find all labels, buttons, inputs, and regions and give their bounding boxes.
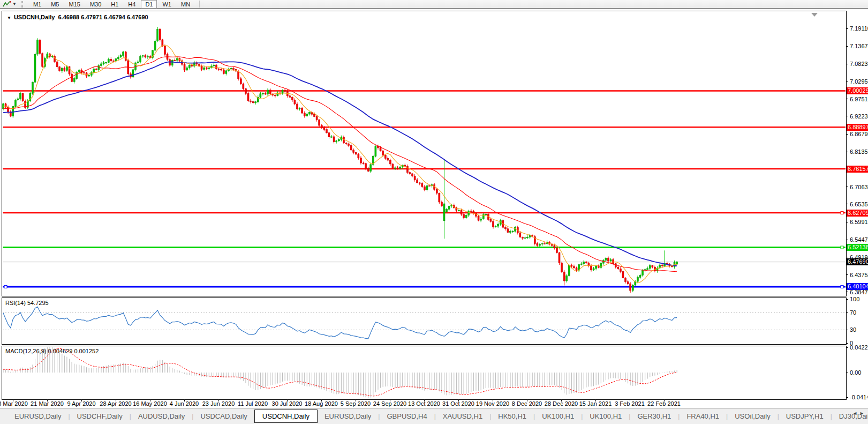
chart-shift-marker-icon[interactable] <box>811 13 818 17</box>
axis-tick <box>846 187 848 187</box>
level-price-label: 7.00029 <box>847 87 868 94</box>
price-tick-label: 6.70630 <box>850 184 868 190</box>
axis-tick <box>846 257 848 257</box>
price-tick-label: 6.97510 <box>850 96 868 102</box>
axis-tick <box>846 222 848 222</box>
timeframe-button-m15[interactable]: M15 <box>64 0 84 9</box>
rsi-panel[interactable]: RSI(14) 54.7295 <box>2 297 847 345</box>
macd-tick-label: 0.00 <box>850 369 861 376</box>
axis-tick <box>846 397 848 398</box>
timeframe-button-h4[interactable]: H4 <box>124 0 140 9</box>
date-axis[interactable]: 3 Mar 202021 Mar 20209 Apr 202028 Apr 20… <box>0 400 846 407</box>
date-label: 4 Jun 2020 <box>170 400 199 407</box>
main-chart-svg[interactable] <box>2 11 846 296</box>
chart-tab-ger30-h1[interactable]: GER30,H1 <box>630 411 678 422</box>
ma-mid-line <box>3 57 677 272</box>
tab-scroll-left-icon[interactable]: ◄ <box>852 411 859 416</box>
price-tick-label: 7.13670 <box>850 43 868 49</box>
axis-tick <box>846 64 848 64</box>
timeframe-button-d1[interactable]: D1 <box>141 0 157 9</box>
axis-tick <box>846 330 848 330</box>
chart-tool-icon[interactable]: ▼ <box>0 0 18 8</box>
level-price-label: 6.88897 <box>847 124 868 131</box>
tab-scroll-right-icon[interactable]: ► <box>859 411 866 416</box>
date-label: 24 Sep 2020 <box>373 400 406 407</box>
chart-tab-fra40-h1[interactable]: FRA40,H1 <box>680 411 726 422</box>
date-label: 16 May 2020 <box>133 400 167 407</box>
chart-ohlc: 6.46988 6.47971 6.46794 6.47690 <box>58 14 148 20</box>
main-chart-panel[interactable]: ▼USDCNH,Daily 6.46988 6.47971 6.46794 6.… <box>2 11 847 296</box>
axis-tick <box>846 299 848 300</box>
price-tick-label: 6.65350 <box>850 201 868 207</box>
chart-symbol: USDCNH,Daily <box>14 14 55 20</box>
chart-tab-xauusd-h1[interactable]: XAUUSD,H1 <box>436 411 489 422</box>
date-label: 28 Apr 2020 <box>100 400 131 407</box>
date-label: 8 Dec 2020 <box>512 400 542 407</box>
chart-tab-usoil-daily[interactable]: USOil,Daily <box>728 411 777 422</box>
hline-handle-6.40104[interactable] <box>4 285 7 288</box>
rsi-chart-svg[interactable] <box>2 298 846 344</box>
timeframe-button-m1[interactable]: M1 <box>29 0 46 9</box>
rsi-line <box>3 307 677 339</box>
date-label: 5 Sep 2020 <box>341 400 371 407</box>
chart-tab-bar: EURUSD,Daily|USDCHF,Daily|AUDUSD,Daily|U… <box>0 408 868 424</box>
axis-tick <box>846 28 848 29</box>
macd-label: MACD(12,26,9) 0.004629 0.001252 <box>5 348 99 354</box>
timeframe-buttons: M1M5M15M30H1H4D1W1MN <box>28 0 195 9</box>
price-tick-label: 6.59910 <box>850 219 868 225</box>
chart-title: ▼USDCNH,Daily 6.46988 6.47971 6.46794 6.… <box>7 14 148 20</box>
chart-tab-eurusd-daily[interactable]: EURUSD,Daily <box>318 411 378 422</box>
level-price-label: 6.52138 <box>847 244 868 251</box>
macd-signal-line <box>3 348 677 396</box>
timeframe-button-h1[interactable]: H1 <box>107 0 123 9</box>
chart-tab-usdjpy-h1[interactable]: USDJPY,H1 <box>779 411 831 422</box>
axis-tick <box>846 373 848 373</box>
price-tick-label: 7.08230 <box>850 61 868 67</box>
chart-tab-uk100-h1[interactable]: UK100,H1 <box>535 411 581 422</box>
current-price-label: 6.47690 <box>847 258 868 265</box>
chart-tab-audusd-daily[interactable]: AUDUSD,Daily <box>131 411 192 422</box>
rsi-tick-label: 70 <box>850 309 856 316</box>
price-axis[interactable]: 7.191107.136707.082307.029506.975106.922… <box>846 0 868 424</box>
date-label: 11 Jul 2020 <box>238 400 268 407</box>
date-label: 21 Mar 2020 <box>31 400 64 407</box>
price-tick-label: 6.43750 <box>850 272 868 278</box>
macd-panel[interactable]: MACD(12,26,9) 0.004629 0.001252 <box>2 346 847 400</box>
date-label: 13 Oct 2020 <box>408 400 440 407</box>
date-label: 31 Oct 2020 <box>442 400 474 407</box>
chart-tab-eurusd-daily[interactable]: EURUSD,Daily <box>7 411 68 422</box>
date-label: 3 Mar 2020 <box>0 400 28 407</box>
hline-handle-6.62709[interactable] <box>841 212 843 214</box>
chart-tab-hk50-h1[interactable]: HK50,H1 <box>491 411 533 422</box>
toolbar-grip[interactable] <box>21 1 25 8</box>
ma-slow-line <box>3 62 677 266</box>
rsi-label: RSI(14) 54.7295 <box>5 300 49 306</box>
rsi-tick-label: 100 <box>850 296 859 302</box>
hline-handle-6.52138[interactable] <box>841 246 843 249</box>
chart-tab-usdcad-daily[interactable]: USDCAD,Daily <box>193 411 254 422</box>
rsi-tick-label: 30 <box>850 326 856 333</box>
chart-tab-usdchf-daily[interactable]: USDCHF,Daily <box>70 411 130 422</box>
chart-tab-gbpusd-h4[interactable]: GBPUSD,H4 <box>380 411 434 422</box>
chevron-down-icon: ▼ <box>12 2 17 6</box>
date-label: 15 Jan 2021 <box>579 400 612 407</box>
hline-handle-6.40104[interactable] <box>841 285 843 288</box>
chart-tool-glyph <box>3 1 11 8</box>
price-tick-label: 6.92230 <box>850 113 868 120</box>
level-price-label: 6.40104 <box>847 283 868 290</box>
level-price-label: 6.76157 <box>847 166 868 173</box>
timeframe-button-m30[interactable]: M30 <box>86 0 105 9</box>
chart-tab-uk100-h1[interactable]: UK100,H1 <box>583 411 629 422</box>
price-tick-label: 6.86790 <box>850 131 868 137</box>
timeframe-button-m5[interactable]: M5 <box>47 0 63 9</box>
chart-dropdown-icon[interactable]: ▼ <box>7 16 11 20</box>
macd-chart-svg[interactable] <box>2 346 846 399</box>
axis-tick <box>846 99 848 99</box>
timeframe-toolbar: ▼ M1M5M15M30H1H4D1W1MN <box>0 0 868 9</box>
price-tick-label: 7.19110 <box>850 25 868 32</box>
axis-tick <box>846 312 848 313</box>
axis-tick <box>846 134 848 135</box>
timeframe-button-w1[interactable]: W1 <box>158 0 176 9</box>
timeframe-button-mn[interactable]: MN <box>177 0 194 9</box>
chart-tab-usdcnh-daily[interactable]: USDCNH,Daily <box>254 410 318 423</box>
